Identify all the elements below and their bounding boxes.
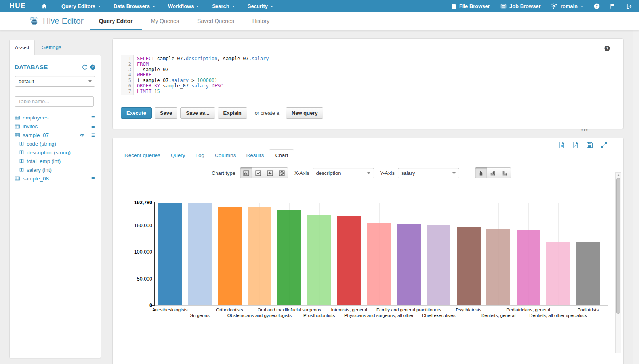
column-item-code[interactable]: code (string) [14, 139, 96, 148]
bars-sorted-desc-button[interactable] [499, 167, 511, 178]
list-alt-icon [500, 3, 507, 9]
hive-editor-brand[interactable]: Hive Editor [29, 12, 84, 30]
bar-family-and-general-practitioners[interactable] [397, 224, 421, 305]
subtab-my-queries[interactable]: My Queries [142, 12, 189, 30]
tab-settings[interactable]: Settings [42, 44, 61, 50]
sql-editor[interactable]: 1234567 SELECT sample_07.description, sa… [121, 55, 596, 95]
home-icon[interactable] [41, 3, 47, 9]
bar-prosthodontists[interactable] [307, 215, 331, 305]
subtab-saved-queries[interactable]: Saved Queries [188, 12, 243, 30]
execute-button[interactable]: Execute [121, 107, 152, 119]
nav-romain[interactable]: romain [551, 3, 584, 9]
line-chart-button[interactable] [252, 167, 264, 178]
save-button[interactable]: Save [155, 107, 177, 119]
expand-icon[interactable] [601, 142, 607, 148]
scroll-up-arrow-icon[interactable] [617, 174, 620, 176]
nav-item-label: romain [561, 3, 578, 9]
chevron-down-icon [580, 6, 584, 7]
bar-obstetricians-and-gynecologists[interactable] [248, 207, 271, 305]
hue-logo[interactable]: HUE [10, 2, 26, 10]
file-icon [451, 3, 456, 9]
nav-menu-data-browsers[interactable]: Data Browsers [114, 3, 155, 9]
list-icon[interactable] [90, 133, 95, 138]
bars-sorted-asc-button[interactable] [487, 167, 499, 178]
bar-dentists-general[interactable] [486, 229, 510, 305]
bars-vertical-button[interactable] [475, 167, 487, 178]
nav-menu-search[interactable]: Search [212, 3, 235, 9]
svg-text:?: ? [595, 4, 598, 8]
bar-anesthesiologists[interactable] [158, 203, 182, 305]
nav-item-label: Job Browser [509, 3, 541, 9]
sign-out-icon [626, 3, 632, 9]
editor-code[interactable]: SELECT sample_07.description, sample_07.… [134, 55, 596, 95]
column-item-salary[interactable]: salary (int) [14, 165, 96, 174]
bar-chief-executives[interactable] [427, 225, 450, 305]
nav-sign-out-icon[interactable] [626, 3, 632, 9]
tree-item-label: sample_07 [23, 132, 49, 138]
editor-help-icon[interactable]: ? [604, 46, 610, 51]
download-excel-icon[interactable]: x [559, 142, 565, 148]
bar-podiatrists[interactable] [576, 242, 600, 305]
subtab-query-editor[interactable]: Query Editor [90, 12, 142, 30]
bar-dentists-all-other-specialists[interactable] [546, 242, 570, 305]
chevron-down-icon [98, 6, 101, 7]
scrollbar-thumb[interactable] [616, 178, 620, 314]
table-item-sample_08[interactable]: sample_08 [14, 174, 96, 183]
tab-assist[interactable]: Assist [9, 40, 35, 55]
help-circle-icon[interactable]: ? [90, 64, 95, 70]
results-tab-columns[interactable]: Columns [210, 150, 241, 161]
explain-button[interactable]: Explain [218, 107, 247, 119]
y-axis-line [154, 202, 155, 306]
x-axis-select[interactable]: description [313, 168, 374, 178]
refresh-icon[interactable] [82, 64, 88, 70]
results-tab-query[interactable]: Query [166, 150, 191, 161]
table-item-sample_07[interactable]: sample_07 [14, 131, 96, 139]
map-chart-button[interactable] [276, 167, 288, 178]
assist-tabbar: Assist Settings [9, 39, 61, 55]
results-tab-chart[interactable]: Chart [269, 149, 294, 161]
column-item-total_emp[interactable]: total_emp (int) [14, 157, 96, 165]
bar-pediatricians-general[interactable] [517, 230, 540, 305]
list-icon[interactable] [90, 176, 95, 181]
chevron-down-icon [270, 6, 273, 7]
results-tab-results[interactable]: Results [241, 150, 269, 161]
y-axis-select[interactable]: salary [398, 168, 459, 178]
nav-flag-icon[interactable] [610, 3, 616, 9]
or-create-a-text: or create a [255, 110, 279, 116]
nav-menu-query-editors[interactable]: Query Editors [61, 3, 101, 9]
results-tab-recent-queries[interactable]: Recent queries [119, 150, 166, 161]
chart-scrollbar[interactable] [615, 172, 621, 353]
new-query-button[interactable]: New query [286, 107, 323, 119]
pie-chart-button[interactable] [264, 167, 276, 178]
table-item-invites[interactable]: invites [14, 122, 96, 131]
panel-resize-handle[interactable]: ••• [581, 127, 589, 133]
download-csv-icon[interactable] [572, 142, 579, 148]
nav-job-browser[interactable]: Job Browser [500, 3, 541, 9]
subtab-history[interactable]: History [243, 12, 279, 30]
nav-menu-workflows[interactable]: Workflows [168, 3, 200, 9]
column-item-description[interactable]: description (string) [14, 148, 96, 157]
bar-oral-and-maxillofacial-surgeons[interactable] [277, 210, 301, 305]
bar-internists-general[interactable] [337, 216, 361, 305]
bar-orthodontists[interactable] [218, 207, 242, 305]
database-select[interactable]: default [15, 76, 95, 87]
tree-item-label: salary (int) [27, 167, 52, 173]
eye-icon[interactable] [79, 133, 85, 138]
save-icon[interactable] [586, 142, 593, 148]
table-filter-input[interactable] [15, 96, 94, 107]
list-icon[interactable] [90, 124, 95, 129]
table-item-employees[interactable]: employees [14, 113, 96, 122]
bar-psychiatrists[interactable] [457, 228, 481, 305]
query-panel: ? 1234567 SELECT sample_07.description, … [112, 38, 624, 129]
table-icon [15, 115, 20, 120]
nav-menu-security[interactable]: Security [248, 3, 273, 9]
list-icon[interactable] [90, 115, 95, 120]
bar-physicians-and-surgeons-all-other[interactable] [367, 223, 391, 305]
results-tab-log[interactable]: Log [191, 150, 210, 161]
page-scrollbar[interactable] [633, 30, 639, 364]
nav-question-circle-icon[interactable]: ? [594, 3, 600, 9]
save-as-button[interactable]: Save as... [180, 107, 215, 119]
bar-surgeons[interactable] [188, 203, 212, 305]
bar-chart-button[interactable] [240, 167, 252, 178]
nav-file-browser[interactable]: File Browser [451, 3, 490, 9]
